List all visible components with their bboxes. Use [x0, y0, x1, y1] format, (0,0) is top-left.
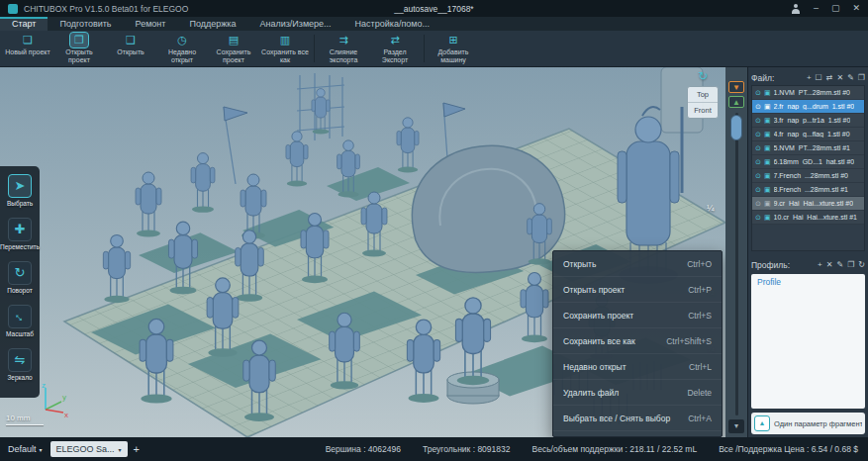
- close-button[interactable]: ✕: [852, 0, 860, 17]
- file-row[interactable]: ⊙ ▣ 1.NVM_PT...28mm.stl #0: [752, 86, 864, 100]
- view-front-button[interactable]: Front: [688, 102, 718, 118]
- file-row[interactable]: ⊙ ▣ 7.French_...28mm.stl #0: [752, 169, 864, 183]
- tab-start[interactable]: Старт: [0, 17, 48, 31]
- profile-header: Профиль: + ✕ ✎ ❐ ↻: [751, 257, 865, 272]
- stat-triangles: Треугольник : 8091832: [423, 444, 511, 454]
- mesh-icon: ▣: [764, 186, 771, 194]
- slider-down-button[interactable]: ▼: [728, 81, 744, 93]
- file-row-selected[interactable]: ⊙ ▣ 2.fr_nap_g...drum_1.stl #0: [752, 100, 864, 114]
- machine-tab[interactable]: ELEGOO Sa... ▾: [50, 441, 128, 457]
- file-row[interactable]: ⊙ ▣ 6.18mm_GD...1_hat.stl #0: [752, 155, 864, 169]
- visibility-icon[interactable]: ⊙: [755, 144, 761, 152]
- visibility-icon[interactable]: ⊙: [755, 186, 761, 194]
- file-row[interactable]: ⊙ ▣ 10.cr_Hai_Hai...xture.stl #1: [752, 211, 864, 225]
- chitubox-window: CHITUBOX Pro V1.5.0 Beta01 for ELEGOO __…: [0, 0, 868, 461]
- scale-tool[interactable]: ↔ Масштаб: [6, 305, 34, 337]
- save-project-button[interactable]: ▤ Сохранить проект: [208, 31, 259, 66]
- menu-item-open[interactable]: Открыть Ctrl+O: [553, 251, 722, 277]
- minimize-button[interactable]: –: [814, 0, 819, 17]
- mirror-icon: ⇋: [8, 348, 32, 372]
- file-row-hidden[interactable]: ⊙ ▣ 9.cr_Hai_Hai...xture.stl #0: [752, 197, 864, 211]
- refresh-profile-icon[interactable]: ↻: [858, 257, 865, 272]
- layer-slider-handle[interactable]: [730, 115, 742, 140]
- menu-item-save-project[interactable]: Сохранить проект Ctrl+S: [553, 303, 722, 328]
- file-row[interactable]: ⊙ ▣ 4.fr_nap_g...flag_1.stl #0: [752, 128, 864, 141]
- tab-support[interactable]: Поддержка: [177, 17, 247, 31]
- visibility-icon[interactable]: ⊙: [755, 117, 761, 125]
- toolbar-divider: [314, 35, 315, 62]
- open-project-icon: ❐: [70, 33, 88, 47]
- edit-profile-icon[interactable]: ✎: [836, 257, 843, 272]
- slider-bottom-button[interactable]: ▾: [728, 419, 744, 433]
- slider-mark-quarter: ¼: [707, 203, 715, 213]
- main-toolbar: ❏ Новый проект ❐ Открыть проект ❑ Открыт…: [0, 31, 868, 67]
- slider-up-button[interactable]: ▲: [728, 96, 744, 108]
- new-project-button[interactable]: ❏ Новый проект: [2, 31, 53, 66]
- copy-file-icon[interactable]: ❐: [858, 70, 865, 85]
- merge-export-button[interactable]: ⇉ Слияние экспорта: [318, 31, 369, 66]
- move-tool[interactable]: ✚ Переместить: [0, 218, 40, 250]
- scale-icon: ↔: [8, 305, 33, 329]
- visibility-icon[interactable]: ⊙: [755, 103, 761, 111]
- visibility-icon[interactable]: ⊙: [755, 172, 761, 180]
- mesh-icon: ▣: [764, 131, 771, 138]
- split-export-button[interactable]: ⇄ Раздел Экспорт: [369, 31, 421, 66]
- add-file-icon[interactable]: +: [807, 70, 812, 85]
- file-row[interactable]: ⊙ ▣ 8.French_...28mm.stl #1: [752, 183, 864, 197]
- tab-analyze[interactable]: Анализ/Измере...: [247, 17, 342, 31]
- select-all-files-icon[interactable]: ☐: [816, 70, 822, 85]
- file-row[interactable]: ⊙ ▣ 5.NVM_PT...28mm.stl #1: [752, 141, 864, 155]
- copy-profile-icon[interactable]: ❐: [847, 257, 854, 272]
- viewport-3d[interactable]: ➤ Выбрать ✚ Переместить ↻ Поворот ↔ Масш…: [0, 67, 725, 437]
- recent-icon: ◷: [173, 33, 191, 47]
- status-bar: Default ▾ ELEGOO Sa... ▾ + Вершина : 406…: [0, 437, 868, 461]
- default-profile-dropdown[interactable]: Default ▾: [8, 444, 43, 454]
- user-account-icon[interactable]: [791, 4, 801, 14]
- tab-repair[interactable]: Ремонт: [124, 17, 178, 31]
- mesh-icon: ▣: [764, 158, 771, 166]
- stat-vertices: Вершина : 4062496: [326, 444, 401, 454]
- layer-slider-strip: ▼ ▲ ▾: [725, 67, 747, 437]
- expand-fragment-button[interactable]: ▲: [754, 415, 770, 431]
- open-project-button[interactable]: ❐ Открыть проект: [53, 31, 105, 66]
- profile-item[interactable]: Profile: [751, 274, 865, 290]
- tool-palette: ➤ Выбрать ✚ Переместить ↻ Поворот ↔ Масш…: [0, 166, 40, 398]
- rotate-tool[interactable]: ↻ Поворот: [7, 261, 32, 294]
- ribbon-tabs: Старт Подготовить Ремонт Поддержка Анали…: [0, 17, 868, 31]
- menu-item-select-all[interactable]: Выбрать все / Снять выбор Ctrl+A: [553, 406, 722, 431]
- swap-files-icon[interactable]: ⇄: [826, 70, 833, 85]
- mesh-icon: ▣: [764, 144, 771, 152]
- recent-button[interactable]: ◷ Недавно открыт: [156, 31, 208, 66]
- axis-z-label: z: [42, 381, 46, 390]
- menu-item-delete-file[interactable]: Удалить файл Delete: [553, 380, 722, 406]
- add-machine-button[interactable]: ⊞ Добавить машину: [428, 31, 479, 66]
- open-button[interactable]: ❑ Открыть: [105, 31, 156, 66]
- fragment-parameter-label: Один параметр фрагмента: [774, 419, 862, 428]
- delete-profile-icon[interactable]: ✕: [826, 257, 833, 272]
- mesh-icon: ▣: [764, 214, 771, 222]
- add-profile-icon[interactable]: +: [818, 257, 822, 272]
- chevron-down-icon: ▾: [119, 446, 122, 453]
- delete-file-icon[interactable]: ✕: [836, 70, 843, 85]
- visibility-icon[interactable]: ⊙: [755, 158, 761, 166]
- tab-settings-help[interactable]: Настройка/помо...: [343, 17, 441, 31]
- select-tool[interactable]: ➤ Выбрать: [7, 174, 33, 207]
- visibility-icon[interactable]: ⊙: [755, 214, 761, 222]
- save-all-as-button[interactable]: ▥ Сохранить все как: [259, 31, 311, 66]
- visibility-icon[interactable]: ⊙: [755, 89, 761, 97]
- rename-file-icon[interactable]: ✎: [847, 70, 854, 85]
- visibility-icon[interactable]: ⊙: [755, 200, 761, 208]
- maximize-button[interactable]: ▢: [831, 0, 840, 17]
- view-top-button[interactable]: Top: [688, 87, 718, 102]
- visibility-icon[interactable]: ⊙: [755, 131, 761, 138]
- menu-item-recent[interactable]: Недавно открыт Ctrl+L: [553, 354, 722, 380]
- mirror-tool[interactable]: ⇋ Зеркало: [7, 348, 32, 381]
- add-machine-tab-button[interactable]: +: [134, 443, 140, 455]
- file-row[interactable]: ⊙ ▣ 3.fr_nap_p...tr1a_1.stl #0: [752, 114, 864, 128]
- menu-item-open-project[interactable]: Открыть проект Ctrl+P: [553, 277, 722, 303]
- mesh-icon: ▣: [764, 172, 771, 180]
- tab-prepare[interactable]: Подготовить: [48, 17, 123, 31]
- layer-slider-track[interactable]: [735, 113, 738, 415]
- rotate-view-icon[interactable]: ↻: [698, 69, 708, 83]
- menu-item-save-all-as[interactable]: Сохранить все как Ctrl+Shift+S: [553, 328, 722, 354]
